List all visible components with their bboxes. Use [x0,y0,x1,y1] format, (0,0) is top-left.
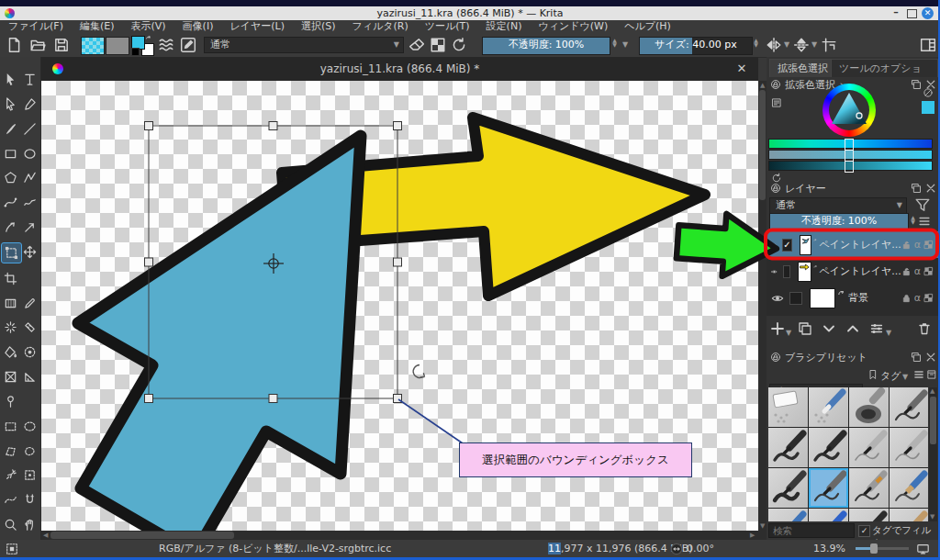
lock-open-icon[interactable] [901,240,912,250]
brush-preset-marker-dark[interactable] [768,428,808,467]
docker-lock-icon[interactable] [770,79,781,90]
pattern-chooser-swatch[interactable] [106,37,129,55]
color-selector-settings-icon[interactable] [771,97,782,108]
save-document-icon[interactable] [53,37,70,53]
menu-item-file[interactable]: ファイル(F) [0,20,72,33]
duplicate-layer-button[interactable] [798,321,812,336]
menu-item-window[interactable]: ウィンドウ(W) [530,20,616,33]
maximize-button[interactable] [907,9,917,18]
edit-brush-settings-icon[interactable] [180,37,196,53]
default-colors-swatch[interactable] [131,48,140,56]
brush-preset-detail-pen[interactable] [849,468,889,508]
tool-rect-select[interactable] [1,417,20,436]
brush-grid-scrollbar[interactable]: ▲ ▼ [929,387,937,521]
alpha-lock-icon[interactable]: α [914,292,921,304]
gradient-chooser-swatch[interactable] [81,37,105,55]
layer-visibility-icon[interactable] [771,292,784,305]
tool-bezier-select[interactable] [1,490,20,510]
tool-pan[interactable] [20,515,39,534]
tool-smart-patch[interactable] [20,318,39,337]
move-layer-down-button[interactable] [822,321,836,336]
tab-advanced-color-selector[interactable]: 拡張色選択 [769,59,836,77]
tool-transform[interactable] [1,242,22,263]
lightness-bar[interactable] [768,161,933,171]
zoom-slider[interactable] [856,547,909,550]
tool-measure[interactable] [20,367,39,386]
layer-options-icon[interactable] [918,215,931,228]
float-docker-icon[interactable] [911,183,922,194]
tool-move[interactable] [20,242,39,262]
tool-contiguous-select[interactable] [1,465,20,485]
float-docker-icon[interactable] [911,352,922,363]
layer-row[interactable]: 背景α [767,285,938,311]
lock-closed-icon[interactable] [901,293,912,303]
document-tab-bar[interactable]: yazirusi_11.kra (866.4 MiB) * ✕ [41,57,758,82]
brush-preset-marker-dark[interactable] [809,428,848,467]
tool-ellipse[interactable] [20,144,39,163]
brush-preset-pen-blue[interactable] [809,509,848,521]
tool-polyline[interactable] [20,168,39,187]
brush-preset-eraser[interactable] [768,387,808,427]
layer-checkbox[interactable] [789,292,802,305]
opacity-spinner[interactable]: ▲▼ [610,38,619,47]
layer-checkbox[interactable]: ✓ [782,239,791,252]
menu-item-view[interactable]: 表示(V) [123,20,174,33]
tool-multibrush[interactable] [20,218,39,237]
mirror-vertical-icon[interactable] [793,37,810,53]
tool-gradient[interactable] [1,294,20,313]
tool-ellipse-select[interactable] [20,417,39,436]
tool-similar-select[interactable] [20,465,39,485]
mirror-v-dropdown-icon[interactable]: ▼ [811,40,817,49]
brush-size-slider[interactable]: サイズ: 40.00 px [639,37,753,55]
opacity-dropdown-icon[interactable]: ▼ [622,40,628,49]
alpha-inherit-icon[interactable] [923,266,934,276]
menu-item-settings[interactable]: 設定(N) [478,20,531,33]
zoom-slider-thumb[interactable] [870,543,878,554]
layer-name[interactable]: 背景 [848,291,901,305]
mirror-h-dropdown-icon[interactable]: ▼ [784,40,789,49]
menu-item-filter[interactable]: フィルタ(R) [344,20,417,33]
docker-lock-icon[interactable] [770,352,781,363]
menu-item-edit[interactable]: 編集(E) [72,20,123,33]
float-docker-icon[interactable] [911,79,922,90]
brush-preset-brush-dark[interactable] [768,468,808,508]
menu-item-image[interactable]: 画像(I) [174,20,222,33]
workspace-chooser-icon[interactable] [920,37,936,53]
saturation-bar[interactable] [768,150,933,160]
document-tab-close-icon[interactable]: ✕ [734,62,749,76]
layer-blend-mode-dropdown[interactable]: 通常 ▼ [769,197,907,214]
brush-preset-fine-pen[interactable] [890,428,928,467]
tool-freehand-brush[interactable] [1,119,20,139]
layer-opacity-slider[interactable]: 不透明度: 100% [769,213,909,231]
layer-filter-icon[interactable] [914,196,931,214]
layer-opacity-spinner[interactable]: ▲▼ [909,215,917,224]
tag-dropdown-icon[interactable]: ▼ [902,373,908,381]
current-color-swatch[interactable] [922,101,934,114]
menu-item-help[interactable]: ヘルプ(H) [616,20,679,33]
tool-polygon-select[interactable] [1,442,20,461]
alpha-inherit-icon[interactable] [923,240,934,250]
layer-thumbnail[interactable] [798,262,811,282]
fit-to-screen-icon[interactable] [916,543,930,555]
layer-properties-button[interactable] [869,321,884,336]
tool-text[interactable] [20,70,39,89]
tab-tool-options[interactable]: ツールのオプション [831,59,938,77]
tool-enclose-fill[interactable] [20,342,39,362]
scroll-down-icon[interactable]: ▼ [930,512,934,521]
tool-dynamic-brush[interactable] [1,218,20,237]
no-color-icon[interactable] [923,87,934,98]
tool-freehand-select[interactable] [20,442,39,461]
brush-preset-pencil-tan[interactable] [890,509,928,521]
scroll-up-icon[interactable]: ▲ [760,81,765,90]
tool-edit-shapes[interactable] [1,95,20,114]
canvas-vertical-scrollbar[interactable]: ▲ ▼ [758,81,767,531]
hue-bar[interactable] [768,139,933,149]
alpha-lock-icon[interactable]: α [914,239,921,251]
preserve-alpha-icon[interactable] [430,37,446,53]
brush-preset-fine-pen[interactable] [849,428,889,467]
delete-layer-button[interactable] [917,321,932,336]
close-docker-icon[interactable] [925,352,936,363]
alpha-lock-icon[interactable]: α [914,265,921,277]
storage-icon[interactable] [926,369,937,380]
eraser-mode-icon[interactable] [408,37,425,53]
